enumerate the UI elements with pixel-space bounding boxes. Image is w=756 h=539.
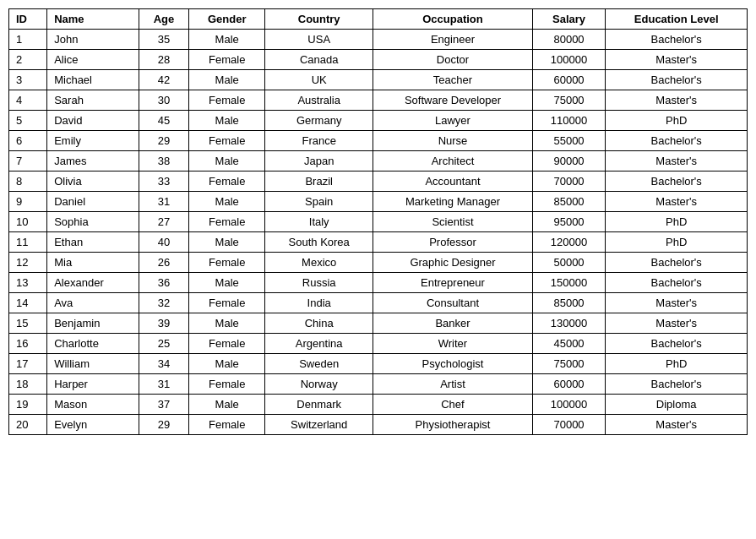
table-cell: John: [47, 30, 139, 50]
table-cell: Master's: [606, 192, 748, 212]
table-cell: 150000: [532, 273, 606, 293]
table-cell: 27: [139, 212, 189, 232]
table-cell: Mexico: [265, 253, 373, 273]
table-row: 7James38MaleJapanArchitect90000Master's: [9, 151, 748, 172]
table-row: 5David45MaleGermanyLawyer110000PhD: [9, 111, 748, 131]
table-cell: PhD: [606, 232, 748, 253]
table-cell: Bachelor's: [606, 253, 748, 273]
table-cell: 31: [139, 374, 189, 395]
table-cell: Engineer: [373, 30, 532, 50]
table-cell: Male: [189, 111, 265, 131]
table-cell: Bachelor's: [606, 131, 748, 151]
table-row: 9Daniel31MaleSpainMarketing Manager85000…: [9, 192, 748, 212]
table-cell: Master's: [606, 293, 748, 313]
table-cell: Diploma: [606, 395, 748, 415]
table-cell: Bachelor's: [606, 273, 748, 293]
table-cell: Female: [189, 172, 265, 192]
table-cell: Female: [189, 212, 265, 232]
table-row: 16Charlotte25FemaleArgentinaWriter45000B…: [9, 334, 748, 354]
table-cell: USA: [265, 30, 373, 50]
table-cell: Switzerland: [265, 415, 373, 435]
table-cell: 35: [139, 30, 189, 50]
table-cell: 28: [139, 50, 189, 70]
table-cell: 95000: [532, 212, 606, 232]
table-cell: 18: [9, 374, 47, 395]
table-cell: Norway: [265, 374, 373, 395]
table-cell: Alexander: [47, 273, 139, 293]
table-cell: Brazil: [265, 172, 373, 192]
table-cell: Bachelor's: [606, 172, 748, 192]
table-cell: 70000: [532, 415, 606, 435]
table-cell: Sarah: [47, 90, 139, 111]
column-header: Occupation: [373, 9, 532, 30]
table-cell: Professor: [373, 232, 532, 253]
table-cell: Female: [189, 415, 265, 435]
table-cell: Male: [189, 395, 265, 415]
table-cell: Alice: [47, 50, 139, 70]
table-cell: Architect: [373, 151, 532, 172]
table-cell: Daniel: [47, 192, 139, 212]
table-cell: 30: [139, 90, 189, 111]
table-row: 13Alexander36MaleRussiaEntrepreneur15000…: [9, 273, 748, 293]
table-cell: 20: [9, 415, 47, 435]
table-cell: 32: [139, 293, 189, 313]
table-cell: 25: [139, 334, 189, 354]
table-cell: Accountant: [373, 172, 532, 192]
table-cell: 7: [9, 151, 47, 172]
column-header: ID: [9, 9, 47, 30]
column-header: Salary: [532, 9, 606, 30]
table-cell: 12: [9, 253, 47, 273]
table-row: 15Benjamin39MaleChinaBanker130000Master'…: [9, 313, 748, 334]
table-cell: 29: [139, 131, 189, 151]
table-cell: 37: [139, 395, 189, 415]
table-cell: William: [47, 354, 139, 374]
table-cell: 2: [9, 50, 47, 70]
table-cell: Sophia: [47, 212, 139, 232]
table-cell: 75000: [532, 90, 606, 111]
table-body: 1John35MaleUSAEngineer80000Bachelor's2Al…: [9, 30, 748, 435]
table-cell: Bachelor's: [606, 374, 748, 395]
table-cell: Russia: [265, 273, 373, 293]
table-row: 17William34MaleSwedenPsychologist75000Ph…: [9, 354, 748, 374]
table-cell: Female: [189, 334, 265, 354]
table-cell: Chef: [373, 395, 532, 415]
table-cell: 13: [9, 273, 47, 293]
table-cell: Olivia: [47, 172, 139, 192]
table-cell: Male: [189, 273, 265, 293]
table-cell: Marketing Manager: [373, 192, 532, 212]
table-cell: Michael: [47, 70, 139, 90]
table-cell: 6: [9, 131, 47, 151]
table-cell: 33: [139, 172, 189, 192]
table-cell: 34: [139, 354, 189, 374]
table-cell: France: [265, 131, 373, 151]
table-cell: 120000: [532, 232, 606, 253]
table-cell: Male: [189, 30, 265, 50]
table-cell: Bachelor's: [606, 334, 748, 354]
table-cell: 110000: [532, 111, 606, 131]
table-cell: 85000: [532, 192, 606, 212]
table-cell: 60000: [532, 70, 606, 90]
table-cell: 26: [139, 253, 189, 273]
table-cell: 11: [9, 232, 47, 253]
table-cell: Physiotherapist: [373, 415, 532, 435]
table-cell: Nurse: [373, 131, 532, 151]
table-cell: Spain: [265, 192, 373, 212]
table-cell: 55000: [532, 131, 606, 151]
table-header-row: IDNameAgeGenderCountryOccupationSalaryEd…: [9, 9, 748, 30]
table-cell: Harper: [47, 374, 139, 395]
table-cell: 90000: [532, 151, 606, 172]
table-cell: Master's: [606, 313, 748, 334]
table-cell: Male: [189, 313, 265, 334]
table-cell: 31: [139, 192, 189, 212]
table-cell: Sweden: [265, 354, 373, 374]
table-cell: 10: [9, 212, 47, 232]
column-header: Age: [139, 9, 189, 30]
table-row: 14Ava32FemaleIndiaConsultant85000Master'…: [9, 293, 748, 313]
table-row: 2Alice28FemaleCanadaDoctor100000Master's: [9, 50, 748, 70]
table-cell: Bachelor's: [606, 70, 748, 90]
table-cell: 42: [139, 70, 189, 90]
table-cell: Female: [189, 374, 265, 395]
table-cell: South Korea: [265, 232, 373, 253]
table-cell: Master's: [606, 50, 748, 70]
table-cell: Male: [189, 232, 265, 253]
